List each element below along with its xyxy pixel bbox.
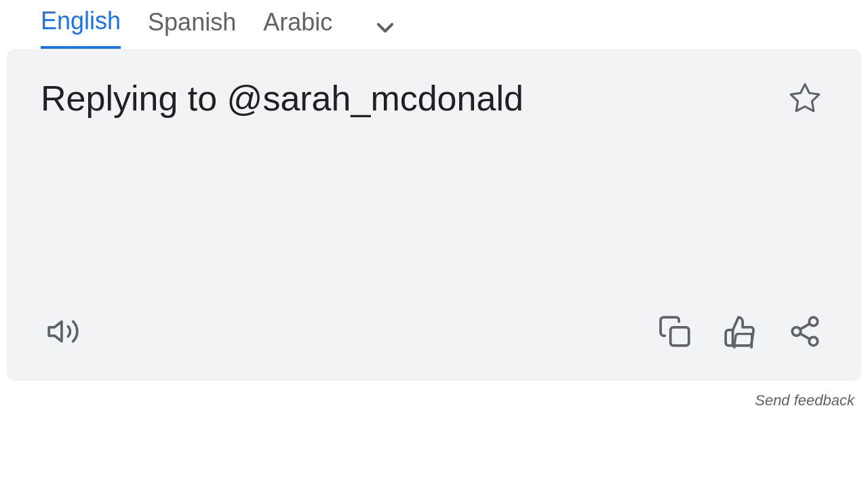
- volume-icon: [46, 314, 80, 348]
- share-button[interactable]: [783, 309, 827, 354]
- translation-card: Replying to @sarah_mcdonald: [7, 49, 861, 381]
- star-icon: [788, 81, 822, 115]
- language-tabs-bar: English Spanish Arabic: [0, 0, 868, 49]
- copy-icon: [658, 314, 692, 348]
- share-icon: [788, 314, 822, 348]
- tab-english[interactable]: English: [41, 7, 121, 49]
- tab-arabic[interactable]: Arabic: [263, 8, 332, 47]
- thumbs-icon: [723, 314, 757, 348]
- translation-text-area: Replying to @sarah_mcdonald: [41, 76, 827, 289]
- svg-rect-2: [671, 327, 689, 346]
- listen-button[interactable]: [41, 309, 85, 354]
- copy-button[interactable]: [652, 309, 697, 354]
- save-translation-button[interactable]: [783, 76, 827, 123]
- send-feedback-link[interactable]: Send feedback: [755, 392, 854, 409]
- rate-button[interactable]: [717, 309, 762, 354]
- chevron-down-icon: [372, 14, 399, 41]
- svg-marker-0: [791, 84, 819, 111]
- more-languages-button[interactable]: [366, 9, 404, 47]
- tab-spanish[interactable]: Spanish: [148, 8, 236, 47]
- action-right: [652, 309, 827, 354]
- svg-line-6: [800, 333, 810, 339]
- action-left: [41, 309, 85, 354]
- action-bar: [41, 309, 827, 354]
- svg-line-7: [800, 324, 810, 329]
- svg-marker-1: [49, 321, 62, 341]
- feedback-area: Send feedback: [0, 381, 868, 416]
- translated-text: Replying to @sarah_mcdonald: [41, 76, 783, 122]
